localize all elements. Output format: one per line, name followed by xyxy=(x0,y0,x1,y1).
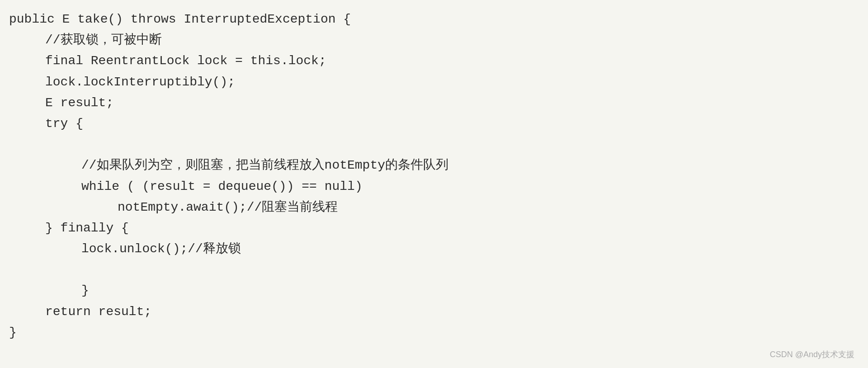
code-line: notEmpty.await();//阻塞当前线程 xyxy=(9,197,854,218)
code-line: while ( (result = dequeue()) == null) xyxy=(9,176,854,197)
code-line: } finally { xyxy=(9,218,854,239)
code-container: public E take() throws InterruptedExcept… xyxy=(0,0,868,368)
code-line: return result; xyxy=(9,302,854,322)
code-line xyxy=(9,134,854,155)
code-line: //获取锁，可被中断 xyxy=(9,30,854,51)
code-line: //如果队列为空，则阻塞，把当前线程放入notEmpty的条件队列 xyxy=(9,155,854,176)
code-block: public E take() throws InterruptedExcept… xyxy=(9,9,854,343)
code-line: try { xyxy=(9,113,854,134)
code-line: E result; xyxy=(9,93,854,113)
code-line: lock.unlock();//释放锁 xyxy=(9,239,854,259)
code-line: final ReentrantLock lock = this.lock; xyxy=(9,51,854,71)
code-line: } xyxy=(9,322,854,343)
code-line xyxy=(9,259,854,280)
watermark: CSDN @Andy技术支援 xyxy=(770,349,854,360)
code-line: } xyxy=(9,280,854,301)
code-line: lock.lockInterruptibly(); xyxy=(9,72,854,93)
code-line: public E take() throws InterruptedExcept… xyxy=(9,9,854,30)
